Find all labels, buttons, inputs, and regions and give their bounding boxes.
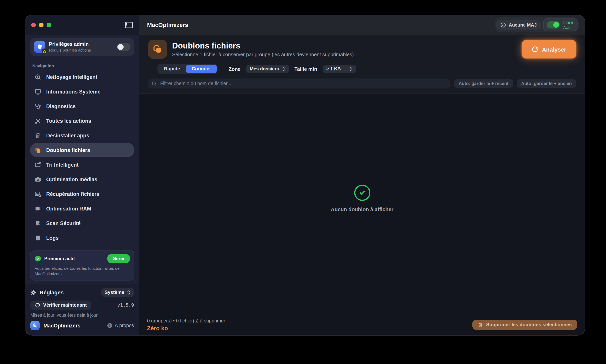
min-size-select-value: ≥ 1 KB bbox=[326, 66, 341, 72]
live-toggle[interactable] bbox=[547, 21, 560, 28]
zoom-window-button[interactable] bbox=[47, 23, 51, 27]
main-header: MacOptimizers Aucune MAJ Live Actif bbox=[139, 15, 585, 35]
app-window: Privilèges admin Requis pour les actions… bbox=[25, 15, 585, 336]
info-icon bbox=[107, 323, 112, 328]
mode-rapide-button[interactable]: Rapide bbox=[158, 65, 186, 73]
scan-mode-segmented-control: Rapide Complet bbox=[158, 64, 217, 74]
sidebar-item-scan-securite[interactable]: Scan Sécurité bbox=[30, 216, 134, 231]
premium-status-title: Premium actif bbox=[44, 256, 75, 261]
mode-complet-button[interactable]: Complet bbox=[186, 65, 216, 73]
analyze-button[interactable]: Analyser bbox=[522, 40, 576, 58]
premium-seal-check-icon bbox=[35, 255, 41, 262]
sidebar-item-toutes-les-actions[interactable]: Toutes les actions bbox=[30, 114, 134, 128]
sidebar-item-label: Scan Sécurité bbox=[46, 220, 81, 226]
refresh-icon bbox=[531, 46, 538, 52]
image-search-icon bbox=[34, 191, 41, 197]
chevron-updown-icon bbox=[349, 67, 352, 71]
minimize-window-button[interactable] bbox=[39, 23, 43, 27]
theme-select[interactable]: Système bbox=[101, 288, 134, 297]
nav-list: Nettoyage Intelligent Informations Systè… bbox=[30, 70, 134, 245]
sidebar-item-label: Informations Système bbox=[46, 89, 100, 94]
sidebar-item-desinstaller-apps[interactable]: Désinstaller apps bbox=[30, 128, 134, 143]
delete-selected-label: Supprimer les doublons sélectionnés bbox=[486, 322, 572, 327]
document-lines-icon bbox=[34, 235, 41, 241]
gear-icon bbox=[30, 289, 36, 295]
check-circle-icon bbox=[501, 22, 506, 27]
warning-icon bbox=[41, 49, 47, 54]
auto-keep-recent-button[interactable]: Auto: garder le + récent bbox=[454, 79, 513, 88]
empty-state-message: Aucun doublon à afficher bbox=[331, 207, 393, 212]
trash-icon bbox=[478, 322, 483, 327]
zone-select-value: Mes dossiers bbox=[250, 66, 279, 72]
content-header: Doublons fichiers Sélectionne 1 fichier … bbox=[139, 35, 585, 94]
sidebar-item-doublons-fichiers[interactable]: Doublons fichiers bbox=[30, 143, 134, 157]
sidebar-item-optimisation-ram[interactable]: Optimisation RAM bbox=[30, 201, 134, 216]
admin-privileges-title: Privilèges admin bbox=[49, 41, 91, 47]
tools-icon bbox=[34, 117, 41, 124]
trash-icon bbox=[34, 132, 41, 139]
camera-icon bbox=[34, 176, 41, 182]
live-mode-pill: Live Actif bbox=[543, 18, 578, 31]
status-bar: 0 groupe(s) • 0 fichier(s) à supprimer Z… bbox=[139, 315, 585, 335]
shield-check-icon bbox=[34, 220, 41, 226]
filter-search-input[interactable] bbox=[159, 80, 447, 87]
sidebar-item-label: Optimisation médias bbox=[46, 176, 97, 182]
admin-privileges-toggle[interactable] bbox=[117, 43, 131, 51]
app-logo-icon bbox=[30, 321, 40, 330]
live-label: Live bbox=[563, 20, 573, 25]
admin-shield-icon bbox=[34, 41, 45, 53]
success-check-icon bbox=[354, 185, 370, 201]
page-subtitle: Sélectionne 1 fichier à conserver par gr… bbox=[172, 52, 355, 57]
min-size-label: Taille min bbox=[295, 66, 317, 72]
app-name: MacOptimizers bbox=[43, 323, 81, 328]
header-controls: Aucune MAJ Live Actif bbox=[495, 17, 579, 32]
memory-chip-icon bbox=[34, 205, 41, 212]
chevron-updown-icon bbox=[127, 290, 131, 295]
check-updates-label: Vérifier maintenant bbox=[43, 302, 87, 308]
sidebar-item-tri-intelligent[interactable]: Tri Intelligent bbox=[30, 157, 134, 172]
sidebar-item-label: Doublons fichiers bbox=[46, 147, 90, 153]
status-total-size: Zéro ko bbox=[147, 325, 225, 331]
sidebar-item-label: Nettoyage Intelligent bbox=[46, 74, 97, 80]
sidebar-item-label: Toutes les actions bbox=[46, 118, 91, 124]
sidebar-item-label: Tri Intelligent bbox=[46, 162, 79, 168]
chevron-updown-icon bbox=[282, 67, 285, 71]
toggle-sidebar-icon[interactable] bbox=[125, 21, 133, 28]
zone-label: Zone bbox=[229, 66, 241, 72]
desktop-background: Privilèges admin Requis pour les actions… bbox=[0, 0, 606, 364]
stethoscope-icon bbox=[34, 103, 41, 109]
admin-privileges-card: Privilèges admin Requis pour les actions bbox=[30, 38, 134, 56]
page-duplicate-files-icon bbox=[148, 40, 167, 59]
sidebar: Privilèges admin Requis pour les actions… bbox=[25, 15, 139, 335]
about-label: À propos bbox=[115, 323, 134, 328]
delete-selected-button[interactable]: Supprimer les doublons sélectionnés bbox=[472, 320, 577, 330]
nav-section-header: Navigation bbox=[32, 64, 134, 68]
sidebar-item-label: Diagnostics bbox=[46, 103, 76, 109]
close-window-button[interactable] bbox=[31, 23, 36, 27]
about-link[interactable]: À propos bbox=[107, 323, 134, 328]
zone-select[interactable]: Mes dossiers bbox=[246, 65, 289, 73]
sidebar-item-label: Optimisation RAM bbox=[46, 206, 91, 211]
empty-state: Aucun doublon à afficher bbox=[139, 88, 585, 309]
sidebar-item-informations-systeme[interactable]: Informations Système bbox=[30, 84, 134, 99]
admin-privileges-text: Privilèges admin Requis pour les actions bbox=[49, 41, 91, 52]
sidebar-item-diagnostics[interactable]: Diagnostics bbox=[30, 99, 134, 114]
search-icon bbox=[152, 81, 157, 86]
auto-keep-old-button[interactable]: Auto: garder le + ancien bbox=[516, 79, 576, 88]
live-sublabel: Actif bbox=[563, 26, 573, 30]
sidebar-item-logs[interactable]: Logs bbox=[30, 231, 134, 245]
premium-description: Vous bénéficiez de toutes les fonctionna… bbox=[35, 265, 130, 276]
update-status-text: Mises à jour: vous êtes déjà à jour. bbox=[30, 313, 134, 317]
check-updates-button[interactable]: Vérifier maintenant bbox=[30, 300, 91, 310]
sidebar-titlebar bbox=[25, 15, 139, 35]
min-size-select[interactable]: ≥ 1 KB bbox=[323, 65, 356, 73]
page-title: Doublons fichiers bbox=[172, 41, 355, 50]
manage-premium-button[interactable]: Gérer bbox=[108, 254, 130, 263]
sidebar-item-label: Désinstaller apps bbox=[46, 132, 89, 138]
update-badge[interactable]: Aucune MAJ bbox=[497, 20, 541, 29]
search-row: Auto: garder le + récent Auto: garder le… bbox=[148, 78, 576, 89]
sidebar-item-nettoyage-intelligent[interactable]: Nettoyage Intelligent bbox=[30, 70, 134, 84]
sidebar-item-label: Logs bbox=[46, 235, 59, 241]
sidebar-item-optimisation-medias[interactable]: Optimisation médias bbox=[30, 172, 134, 187]
sidebar-item-recuperation-fichiers[interactable]: Récupération fichiers bbox=[30, 187, 134, 201]
